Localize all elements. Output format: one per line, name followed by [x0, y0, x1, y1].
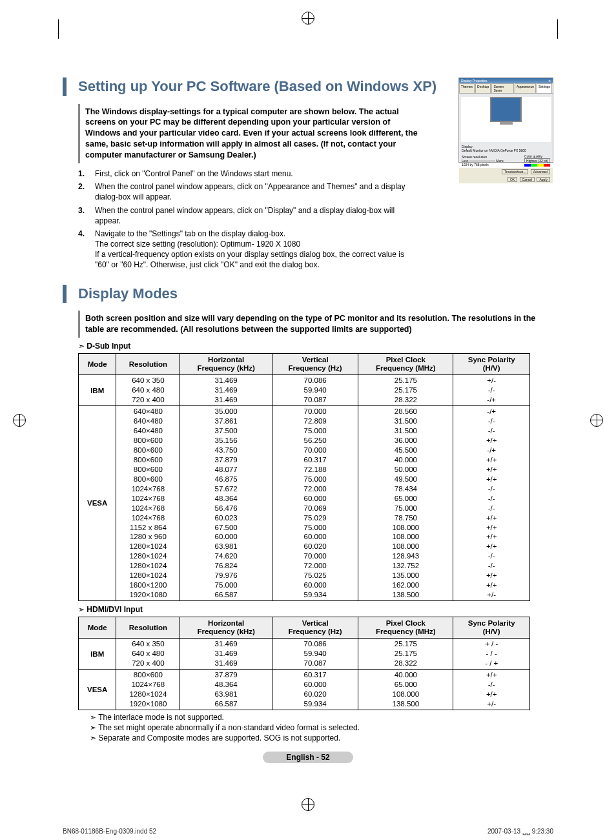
- notes-list: The interlace mode is not supported.The …: [78, 713, 553, 743]
- data-cell: 640 x 350640 x 480720 x 400: [116, 375, 180, 406]
- data-cell: -/+-/--/-+/+-/++/++/++/+-/--/--/-+/++/++…: [453, 406, 530, 601]
- dialog-tab: Settings: [537, 83, 552, 93]
- crop-mark: [557, 19, 558, 39]
- step-text: When the control panel window appears, c…: [95, 181, 414, 202]
- table-header: Pixel Clock Frequency (MHz): [358, 354, 453, 375]
- page-footer-pill: English - 52: [263, 752, 353, 763]
- print-footer-right: 2007-03-13 ␣␣ 9:23:30: [488, 828, 553, 835]
- step-list: 1.First, click on "Control Panel" on the…: [78, 169, 414, 271]
- step-number: 2.: [78, 181, 95, 202]
- more-label: More: [496, 159, 503, 163]
- sub-heading-hdmi: HDMI/DVI Input: [78, 605, 553, 614]
- table-header: Horizontal Frequency (kHz): [180, 617, 272, 639]
- display-value: Default Monitor on NVIDIA GeForce FX 560…: [462, 149, 550, 152]
- dialog-title: Display Properties: [461, 79, 488, 83]
- close-icon: ✕: [548, 79, 551, 83]
- table-header: Horizontal Frequency (kHz): [180, 354, 272, 375]
- dsub-table: ModeResolutionHorizontal Frequency (kHz)…: [78, 353, 530, 601]
- crop-mark: [58, 19, 59, 39]
- table-header: Mode: [79, 354, 116, 375]
- data-cell: +/--/--/+: [453, 375, 530, 406]
- data-cell: 37.87948.36463.98166.587: [180, 670, 272, 710]
- step-item: 4.Navigate to the "Settings" tab on the …: [78, 229, 414, 271]
- data-cell: + / -- / -- / +: [453, 639, 530, 670]
- cancel-button: Cancel: [520, 177, 535, 182]
- apply-button: Apply: [537, 177, 550, 182]
- color-swatch: [544, 164, 550, 167]
- monitor-icon: [490, 97, 522, 122]
- table-header: Resolution: [116, 617, 180, 639]
- table-header: Pixel Clock Frequency (MHz): [358, 617, 453, 639]
- resolution-slider: [469, 160, 495, 162]
- data-cell: 640×480640×480640×480800×600800×600800×6…: [116, 406, 180, 601]
- table-row: IBM640 x 350640 x 480720 x 40031.46931.4…: [79, 639, 530, 670]
- ok-button: OK: [508, 177, 517, 182]
- table-header: Sync Polarity (H/V): [453, 354, 530, 375]
- color-value: Highest (32 bit): [524, 158, 550, 163]
- registration-mark-icon: [590, 414, 603, 427]
- data-cell: 31.46931.46931.469: [180, 375, 272, 406]
- table-header: Vertical Frequency (Hz): [272, 354, 358, 375]
- data-cell: 70.08659.94070.087: [272, 375, 358, 406]
- mode-cell: IBM: [79, 639, 116, 670]
- dialog-tab: Themes: [459, 83, 475, 93]
- note-item: The set might operate abnormally if a no…: [78, 723, 553, 732]
- table-row: VESA800×6001024×7681280×10241920×108037.…: [79, 670, 530, 710]
- data-cell: +/+-/-+/++/-: [453, 670, 530, 710]
- advanced-button: Advanced: [531, 169, 550, 174]
- data-cell: 70.08659.94070.087: [272, 639, 358, 670]
- hdmi-table: ModeResolutionHorizontal Frequency (kHz)…: [78, 617, 530, 710]
- step-text: Navigate to the "Settings" tab on the di…: [95, 229, 414, 271]
- note-item: Separate and Composite modes are support…: [78, 733, 553, 743]
- registration-mark-icon: [13, 414, 26, 427]
- dialog-tabs: ThemesDesktopScreen SaverAppearanceSetti…: [459, 83, 553, 94]
- color-swatch: [537, 164, 544, 167]
- data-cell: 800×6001024×7681280×10241920×1080: [116, 670, 180, 710]
- data-cell: 25.17525.17528.322: [358, 375, 453, 406]
- resolution-value: 1024 by 768 pixels: [462, 163, 504, 167]
- data-cell: 60.31760.00060.02059.934: [272, 670, 358, 710]
- step-text: When the control panel window appears, c…: [95, 205, 414, 226]
- section-lead: The Windows display-settings for a typic…: [78, 104, 426, 163]
- table-row: VESA640×480640×480640×480800×600800×6008…: [79, 406, 530, 601]
- data-cell: 28.56031.50031.50036.00045.50040.00050.0…: [358, 406, 453, 601]
- data-cell: 40.00065.000108.000138.500: [358, 670, 453, 710]
- print-footer-left: BN68-01186B-Eng-0309.indd 52: [63, 828, 156, 835]
- step-number: 3.: [78, 205, 95, 226]
- step-number: 4.: [78, 229, 95, 271]
- step-item: 1.First, click on "Control Panel" on the…: [78, 169, 414, 179]
- section-pc-software: Setting up Your PC Software (Based on Wi…: [63, 77, 553, 271]
- table-header: Vertical Frequency (Hz): [272, 617, 358, 639]
- troubleshoot-button: Troubleshoot...: [502, 169, 528, 174]
- table-header: Sync Polarity (H/V): [453, 617, 530, 639]
- page-content: Setting up Your PC Software (Based on Wi…: [63, 0, 553, 802]
- step-text: First, click on "Control Panel" on the W…: [95, 169, 293, 179]
- data-cell: 35.00037.86137.50035.15643.75037.87948.0…: [180, 406, 272, 601]
- dialog-tab: Appearance: [515, 83, 536, 93]
- step-number: 1.: [78, 169, 95, 179]
- dialog-tab: Desktop: [475, 83, 491, 93]
- registration-mark-icon: [302, 798, 314, 811]
- section-lead: Both screen position and size will vary …: [78, 311, 542, 338]
- step-item: 2.When the control panel window appears,…: [78, 181, 414, 202]
- data-cell: 31.46931.46931.469: [180, 639, 272, 670]
- table-row: IBM640 x 350640 x 480720 x 40031.46931.4…: [79, 375, 530, 406]
- step-item: 3.When the control panel window appears,…: [78, 205, 414, 226]
- color-swatch: [531, 164, 537, 167]
- mode-cell: VESA: [79, 406, 116, 601]
- data-cell: 70.00072.80975.00056.25070.00060.31772.1…: [272, 406, 358, 601]
- mode-cell: IBM: [79, 375, 116, 406]
- note-item: The interlace mode is not supported.: [78, 713, 553, 722]
- less-label: Less: [462, 159, 469, 163]
- color-swatch: [524, 164, 531, 167]
- table-header: Resolution: [116, 354, 180, 375]
- data-cell: 25.17525.17528.322: [358, 639, 453, 670]
- table-header: Mode: [79, 617, 116, 639]
- sub-heading-dsub: D-Sub Input: [78, 342, 553, 351]
- display-properties-dialog: Display Properties ✕ ThemesDesktopScreen…: [458, 77, 553, 163]
- data-cell: 640 x 350640 x 480720 x 400: [116, 639, 180, 670]
- mode-cell: VESA: [79, 670, 116, 710]
- print-footer: BN68-01186B-Eng-0309.indd 52 2007-03-13 …: [63, 828, 553, 840]
- dialog-tab: Screen Saver: [491, 83, 514, 93]
- section-title: Display Modes: [63, 285, 553, 303]
